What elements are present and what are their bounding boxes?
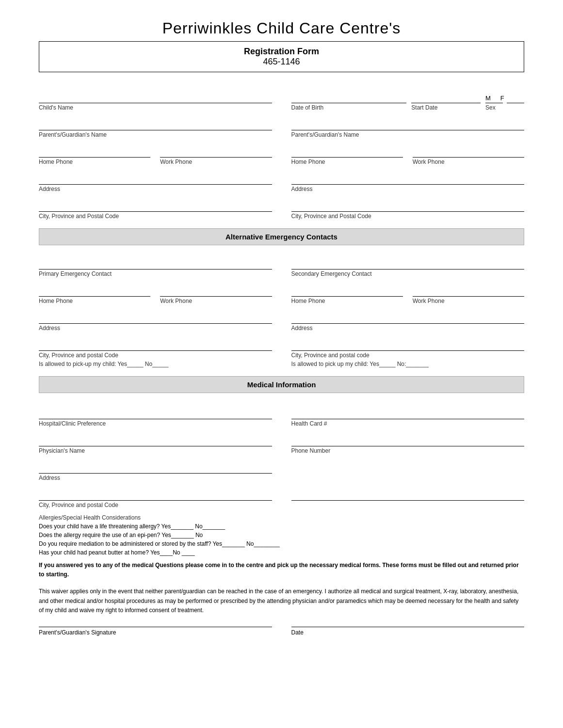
- emerg-work-phone2-label: Work Phone: [413, 298, 524, 304]
- allergy-q3: Do you require mediation to be administe…: [39, 540, 524, 547]
- parent2-name-label: Parent's/Guardian's Name: [291, 131, 525, 138]
- emerg-city2-line: [291, 340, 525, 351]
- bold-notice: If you answered yes to any of the medica…: [39, 561, 524, 579]
- dob-label: Date of Birth: [291, 104, 407, 111]
- med-address-line: [39, 463, 272, 474]
- city1-label: City, Province and Postal Code: [39, 213, 272, 220]
- waiver-text: This waiver applies only in the event th…: [39, 587, 524, 615]
- emerg-address1-line: [39, 313, 272, 324]
- med-address-label: Address: [39, 475, 272, 481]
- work-phone2-line: [413, 147, 524, 158]
- address1-line: [39, 174, 272, 185]
- medical-header: Medical Information: [39, 376, 524, 393]
- pickup2-label: Is allowed to pick up my child: Yes_____…: [291, 361, 525, 367]
- reg-phone: 465-1146: [44, 57, 519, 67]
- page-title: Perriwinkles Child Care Centre's: [39, 19, 524, 37]
- emerg-city2-label: City, Province and postal code: [291, 352, 525, 359]
- emerg-home-phone2-label: Home Phone: [291, 298, 403, 304]
- sex-m-label: M: [485, 95, 491, 102]
- allergy-q2: Does the allergy require the use of an e…: [39, 532, 524, 538]
- sex-label: Sex: [485, 104, 496, 111]
- emerg-work-phone1-label: Work Phone: [160, 298, 272, 304]
- home-phone1-line: [39, 147, 150, 158]
- reg-title: Registration Form: [44, 47, 519, 57]
- med-phone-line: [291, 436, 525, 446]
- med-city-right-line: [291, 490, 525, 501]
- med-city-label: City, Province and postal Code: [39, 502, 272, 508]
- home-phone2-line: [291, 147, 403, 158]
- hospital-line: [39, 409, 272, 419]
- date-label: Date: [291, 629, 304, 636]
- emerg-address2-line: [291, 313, 525, 324]
- sig-label: Parent's/Guardian's Signature: [39, 629, 116, 636]
- city1-line: [39, 201, 272, 212]
- work-phone2-label: Work Phone: [413, 158, 524, 165]
- address2-label: Address: [291, 186, 525, 192]
- city2-line: [291, 201, 525, 212]
- emerg-home-phone1-label: Home Phone: [39, 298, 150, 304]
- address1-label: Address: [39, 186, 272, 192]
- child-name-line: [39, 93, 272, 103]
- city2-label: City, Province and Postal Code: [291, 213, 525, 220]
- primary-contact-label: Primary Emergency Contact: [39, 270, 272, 277]
- med-city-line: [39, 490, 272, 501]
- child-name-label: Child's Name: [39, 104, 272, 111]
- parent2-name-line: [291, 120, 525, 130]
- emerg-work-phone2-line: [413, 286, 524, 297]
- dob-line: [291, 93, 407, 103]
- allergy-q1: Does your child have a life threatening …: [39, 523, 524, 530]
- start-date-label: Start Date: [411, 104, 481, 111]
- address2-line: [291, 174, 525, 185]
- emerg-city1-label: City, Province and postal Code: [39, 352, 272, 359]
- parent1-name-label: Parent's/Guardian's Name: [39, 131, 272, 138]
- primary-contact-line: [39, 259, 272, 269]
- work-phone1-line: [160, 147, 272, 158]
- emerg-address2-label: Address: [291, 325, 525, 332]
- med-address-right-spacer: [291, 463, 525, 474]
- health-card-label: Health Card #: [291, 420, 525, 427]
- home-phone1-label: Home Phone: [39, 158, 150, 165]
- secondary-contact-label: Secondary Emergency Contact: [291, 270, 525, 277]
- allergy-q4: Has your child had peanut butter at home…: [39, 549, 524, 556]
- emergency-header: Alternative Emergency Contacts: [39, 228, 524, 245]
- pickup1-label: Is allowed to pick-up my child: Yes_____…: [39, 361, 272, 367]
- parent1-name-line: [39, 120, 272, 130]
- allergies-header: Allergies/Special Health Considerations: [39, 514, 524, 521]
- physician-label: Physician's Name: [39, 447, 272, 454]
- emerg-home-phone2-line: [291, 286, 403, 297]
- work-phone1-label: Work Phone: [160, 158, 272, 165]
- home-phone2-label: Home Phone: [291, 158, 403, 165]
- hospital-label: Hospital/Clinic Preference: [39, 420, 272, 427]
- emerg-address1-label: Address: [39, 325, 272, 332]
- secondary-contact-line: [291, 259, 525, 269]
- reg-box: Registration Form 465-1146: [39, 41, 524, 72]
- med-phone-label: Phone Number: [291, 447, 525, 454]
- sex-f-label: F: [500, 95, 504, 102]
- health-card-line: [291, 409, 525, 419]
- emerg-home-phone1-line: [39, 286, 150, 297]
- emerg-city1-line: [39, 340, 272, 351]
- emerg-work-phone1-line: [160, 286, 272, 297]
- physician-line: [39, 436, 272, 446]
- start-date-line: [411, 93, 481, 103]
